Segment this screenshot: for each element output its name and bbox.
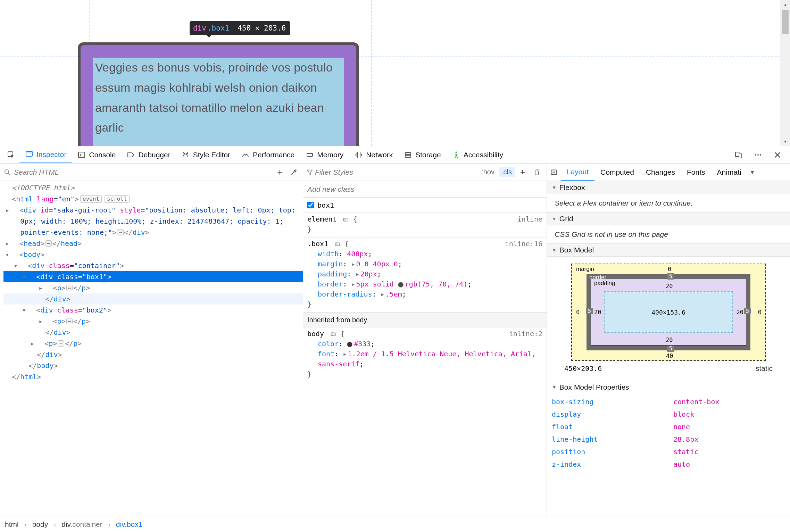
svg-rect-6 xyxy=(405,155,411,157)
meatballs-button[interactable] xyxy=(748,146,768,163)
flexbox-header[interactable]: ▼Flexbox xyxy=(547,181,790,194)
breadcrumb-item[interactable]: body xyxy=(32,520,48,529)
side-tab-fonts[interactable]: Fonts xyxy=(681,164,711,181)
bm-padding-top[interactable]: 20 xyxy=(666,283,673,290)
side-tabs: Layout Computed Changes Fonts Animati ▾ xyxy=(547,164,790,181)
tab-label: Debugger xyxy=(138,151,170,159)
chevron-right-icon: › xyxy=(24,520,27,529)
tab-console[interactable]: Console xyxy=(72,146,121,163)
chevron-right-icon: › xyxy=(108,520,110,529)
side-tab-changes[interactable]: Changes xyxy=(640,164,681,181)
performance-icon xyxy=(241,151,250,159)
add-class-input[interactable]: Add new class xyxy=(303,181,547,198)
vertical-scrollbar[interactable]: ▴ ▾ xyxy=(780,0,790,146)
box-model-props-header[interactable]: ▼Box Model Properties xyxy=(547,378,790,393)
search-icon xyxy=(3,168,11,176)
tab-style-editor[interactable]: Style Editor xyxy=(176,146,236,163)
bm-content[interactable]: 400×153.6 xyxy=(604,291,733,333)
new-rule-button[interactable] xyxy=(517,167,528,178)
responsive-mode-button[interactable] xyxy=(729,146,748,163)
toggle-side-button[interactable] xyxy=(547,169,561,176)
markup-search-bar xyxy=(0,164,303,181)
cls-toggle[interactable]: .cls xyxy=(499,167,515,177)
side-tab-computed[interactable]: Computed xyxy=(594,164,640,181)
breadcrumb-item[interactable]: div.container xyxy=(61,520,102,529)
tab-accessibility[interactable]: Accessibility xyxy=(447,146,509,163)
add-element-button[interactable] xyxy=(274,167,285,178)
tab-memory[interactable]: Memory xyxy=(300,146,349,163)
tab-debugger[interactable]: Debugger xyxy=(121,146,176,163)
copy-styles-button[interactable] xyxy=(532,167,543,178)
eyedropper-button[interactable] xyxy=(288,167,299,178)
bm-margin-left[interactable]: 0 xyxy=(576,309,580,316)
svg-point-12 xyxy=(760,154,761,156)
scroll-up-icon[interactable]: ▴ xyxy=(781,0,790,9)
rules-toolbar: :hov .cls xyxy=(303,164,547,181)
tab-storage[interactable]: Storage xyxy=(398,146,447,163)
close-icon xyxy=(773,151,782,159)
side-tab-layout[interactable]: Layout xyxy=(561,164,594,181)
storage-icon xyxy=(404,151,412,159)
flexbox-title: Flexbox xyxy=(559,183,585,192)
bm-margin-top[interactable]: 0 xyxy=(668,266,671,273)
style-editor-icon xyxy=(182,151,190,159)
breadcrumb-item[interactable]: div.box1 xyxy=(116,520,143,529)
scroll-down-icon[interactable]: ▾ xyxy=(781,137,790,146)
scrollbar-thumb[interactable] xyxy=(782,10,789,34)
bm-margin-right[interactable]: 0 xyxy=(758,309,762,316)
svg-point-7 xyxy=(455,151,457,153)
box-model-header[interactable]: ▼Box Model xyxy=(547,243,790,257)
rules-panel: :hov .cls Add new class box1 inlineeleme… xyxy=(303,164,547,516)
bm-border-left[interactable]: 5 xyxy=(586,308,593,314)
bm-border-bottom[interactable]: 5 xyxy=(667,346,674,352)
tooltip-dimensions: 450 × 203.6 xyxy=(233,21,290,35)
bm-padding-bottom[interactable]: 20 xyxy=(666,336,673,343)
rules-list[interactable]: inlineelement {}inline:16.box1 {width: 4… xyxy=(303,213,547,516)
svg-point-11 xyxy=(757,154,759,156)
bm-padding-left[interactable]: 20 xyxy=(594,309,601,316)
box-text: Veggies es bonus vobis, proinde vos post… xyxy=(93,58,344,138)
grid-header[interactable]: ▼Grid xyxy=(547,212,790,225)
console-icon xyxy=(77,151,86,159)
bm-margin-bottom[interactable]: 40 xyxy=(666,352,673,359)
svg-point-13 xyxy=(5,169,9,173)
markup-panel: <!DOCTYPE html> <html lang="en">eventscr… xyxy=(0,164,303,516)
search-html-input[interactable] xyxy=(14,168,272,176)
meatballs-icon xyxy=(754,151,762,159)
network-icon xyxy=(355,151,363,159)
filter-styles-input[interactable] xyxy=(315,168,477,176)
tab-network[interactable]: Network xyxy=(349,146,398,163)
svg-rect-17 xyxy=(343,218,346,221)
tab-performance[interactable]: Performance xyxy=(236,146,300,163)
breadcrumb: html›body›div.container›div.box1 xyxy=(0,516,790,532)
inspected-box-padding: Veggies es bonus vobis, proinde vos post… xyxy=(81,45,356,146)
tab-label: Memory xyxy=(317,151,343,159)
funnel-icon xyxy=(306,168,314,176)
guide-vertical-right xyxy=(372,0,372,146)
pointer-in-box-icon xyxy=(7,151,15,159)
class-toggle-row: box1 xyxy=(303,198,547,213)
tab-inspector[interactable]: Inspector xyxy=(19,146,72,163)
chevron-right-icon: › xyxy=(53,520,56,529)
tooltip-tag: div xyxy=(190,24,207,32)
element-picker-button[interactable] xyxy=(3,146,19,163)
close-devtools-button[interactable] xyxy=(768,146,787,163)
side-tab-animations[interactable]: Animati xyxy=(711,164,747,181)
bm-label-margin: margin xyxy=(576,266,594,273)
svg-rect-15 xyxy=(535,171,538,175)
dom-tree[interactable]: <!DOCTYPE html> <html lang="en">eventscr… xyxy=(0,181,303,516)
box-model-title: Box Model xyxy=(559,246,594,254)
breadcrumb-item[interactable]: html xyxy=(5,520,19,529)
svg-rect-9 xyxy=(739,154,742,158)
svg-rect-21 xyxy=(331,333,333,336)
svg-rect-3 xyxy=(78,152,85,158)
chevron-down-icon[interactable]: ▾ xyxy=(747,168,758,176)
grid-title: Grid xyxy=(559,215,573,223)
class-checkbox[interactable] xyxy=(307,202,314,208)
hov-toggle[interactable]: :hov xyxy=(479,167,497,177)
devices-icon xyxy=(734,151,743,159)
element-tooltip: div.box1 450 × 203.6 xyxy=(190,21,290,35)
bm-border-right[interactable]: 5 xyxy=(744,308,751,314)
bm-padding-right[interactable]: 20 xyxy=(737,309,743,316)
bm-border-top[interactable]: 5 xyxy=(667,273,674,280)
